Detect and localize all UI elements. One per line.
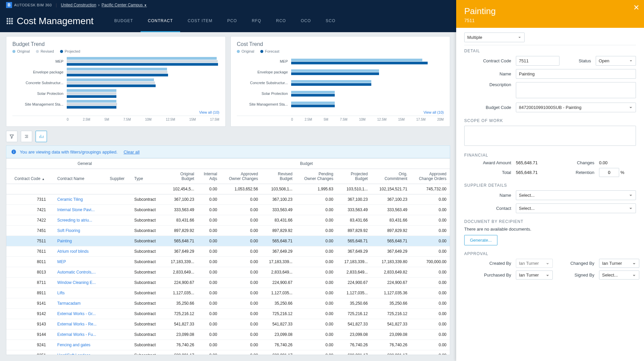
generate-button[interactable]: Generate...	[464, 235, 497, 245]
panel-title: Painting	[464, 6, 636, 16]
contract-name-link[interactable]: Internal Stone Pavi...	[57, 207, 95, 212]
totals-cell	[6, 184, 54, 194]
tab-budget[interactable]: BUDGET	[107, 10, 141, 32]
panel-header: Painting 7511 ✕	[456, 0, 644, 28]
table-toolbar	[0, 131, 456, 145]
tab-rco[interactable]: RCO	[269, 10, 293, 32]
section-doc: DOCUMENT BY RECIPIENT	[464, 219, 636, 224]
svg-rect-7	[9, 23, 11, 24]
brand-logo: B AUTODESK BIM 360	[6, 2, 52, 8]
table-row[interactable]: 9251Hard/Soft Landsca...Subcontract688,9…	[6, 350, 450, 355]
contract-name-link[interactable]: Fencing and gates	[57, 343, 91, 347]
tab-cost-item[interactable]: COST ITEM	[180, 10, 220, 32]
col-header[interactable]: Contract Code▲	[6, 169, 54, 184]
contract-name-link[interactable]: External Works - Re...	[57, 322, 97, 326]
contract-name-link[interactable]: External Works - Gr...	[57, 311, 96, 316]
label-name: Name	[464, 71, 511, 76]
contracts-table: General Budget Contract Code▲Contract Na…	[6, 158, 450, 355]
contract-name-link[interactable]: Automatic Controls,...	[57, 270, 96, 275]
col-header[interactable]: PendingOwner Changes	[296, 169, 337, 184]
detail-panel: Painting 7511 ✕ Multiple DETAIL Contract…	[456, 0, 644, 361]
contract-code-input[interactable]	[516, 56, 559, 66]
col-header[interactable]: InternalAdjs	[198, 169, 220, 184]
supplier-name-select[interactable]: Select...	[516, 190, 636, 200]
label-total: Total	[464, 170, 511, 175]
table-row[interactable]: 8011MEPSubcontract17,183,339...0.000.001…	[6, 257, 450, 267]
tab-contract[interactable]: CONTRACT	[141, 10, 180, 32]
table-row[interactable]: 8013Automatic Controls,...Subcontract2,8…	[6, 267, 450, 278]
budget-code-select[interactable]: 84720010991000SUB - Painting	[516, 103, 636, 112]
table-row[interactable]: 7451Soft FlooringSubcontract897,829.920.…	[6, 226, 450, 236]
group-button[interactable]	[21, 131, 32, 142]
contract-name-link[interactable]: Window Cleaning E...	[57, 280, 96, 285]
contract-name-link[interactable]: Ceramic Tiling	[57, 197, 83, 202]
org-link[interactable]: United Construction	[61, 3, 96, 7]
tab-oco[interactable]: OCO	[293, 10, 318, 32]
table-row[interactable]: 8911LiftsSubcontract1,127,035...0.000.00…	[6, 288, 450, 298]
col-header[interactable]: Orig.Commitment	[371, 169, 411, 184]
contract-name-link[interactable]: Screeding to atriu...	[57, 218, 92, 223]
table-row[interactable]: 9142External Works - Gr...Subcontract725…	[6, 309, 450, 319]
table-row[interactable]: 7311Ceramic TilingSubcontract367,100.230…	[6, 194, 450, 205]
contract-name-link[interactable]: Soft Flooring	[57, 228, 80, 233]
project-link[interactable]: Pacific Center Campus ▼	[102, 3, 147, 7]
totals-cell	[54, 184, 106, 194]
col-header[interactable]: ApprovedOwner Changes	[220, 169, 261, 184]
contract-name-link[interactable]: Hard/Soft Landsca...	[57, 353, 94, 355]
purchased-by-select[interactable]: Ian Turner	[516, 270, 553, 280]
table-row[interactable]: 9241Fencing and gatesSubcontract76,740.2…	[6, 340, 450, 350]
status-select[interactable]: Open	[596, 56, 636, 66]
svg-marker-9	[10, 135, 14, 138]
apps-grid-icon[interactable]	[6, 17, 13, 25]
retention-input[interactable]	[599, 168, 619, 177]
contract-name-link[interactable]: Painting	[57, 239, 72, 243]
contact-select[interactable]: Select...	[516, 203, 636, 213]
label-contract-code: Contract Code	[464, 58, 511, 63]
svg-rect-8	[11, 23, 13, 24]
chart-toggle-button[interactable]	[36, 131, 47, 142]
description-input[interactable]	[516, 82, 636, 98]
contract-name-link[interactable]: Atrium roof blinds	[57, 249, 89, 254]
view-all-link[interactable]: View all (10)	[237, 110, 444, 114]
col-header[interactable]: Contract Name	[54, 169, 106, 184]
totals-cell: 745,732.00	[411, 184, 450, 194]
table-row[interactable]: 9143External Works - Re...Subcontract541…	[6, 319, 450, 329]
totals-cell	[131, 184, 163, 194]
table-row[interactable]: 7421Internal Stone Pavi...Subcontract333…	[6, 205, 450, 215]
tab-sco[interactable]: SCO	[318, 10, 343, 32]
col-header[interactable]: ProjectedBudget	[337, 169, 371, 184]
scope-input[interactable]	[464, 126, 636, 146]
tab-rfq[interactable]: RFQ	[245, 10, 269, 32]
col-header[interactable]: RevisedBudget	[261, 169, 296, 184]
name-input[interactable]	[516, 69, 636, 79]
table-row[interactable]: 9144External Works - Fu...Subcontract23,…	[6, 329, 450, 340]
signed-by-select[interactable]: Select...	[599, 270, 639, 280]
created-by-select: Ian Turner	[516, 259, 553, 268]
filter-button[interactable]	[6, 131, 17, 142]
table-row[interactable]: 7422Screeding to atriu...Subcontract83,4…	[6, 215, 450, 226]
changed-by-select[interactable]: Ian Turner	[599, 259, 639, 268]
label-created-by: Created By	[464, 261, 511, 266]
col-header[interactable]: Type	[131, 169, 163, 184]
col-header[interactable]: ApprovedChange Orders	[411, 169, 450, 184]
col-header[interactable]: Supplier	[106, 169, 131, 184]
col-header[interactable]: OriginalBudget	[163, 169, 198, 184]
section-financial: FINANCIAL	[464, 153, 636, 158]
charts-row: Budget Trend OriginalRevisedProjected ME…	[0, 32, 456, 131]
svg-rect-19	[13, 151, 14, 151]
contract-name-link[interactable]: Lifts	[57, 291, 65, 295]
contract-name-link[interactable]: Tarmacadam	[57, 301, 80, 306]
clear-all-link[interactable]: Clear all	[123, 149, 140, 155]
table-row[interactable]: 8711Window Cleaning E...Subcontract224,9…	[6, 278, 450, 288]
table-row[interactable]: 7611Atrium roof blindsSubcontract367,649…	[6, 246, 450, 257]
close-icon[interactable]: ✕	[633, 3, 639, 12]
tab-pco[interactable]: PCO	[220, 10, 245, 32]
nav-tabs: BUDGETCONTRACTCOST ITEMPCORFQRCOOCOSCO	[107, 10, 343, 32]
label-budget-code: Budget Code	[464, 105, 511, 110]
contract-name-link[interactable]: MEP	[57, 259, 66, 264]
view-all-link[interactable]: View all (10)	[12, 110, 219, 114]
contract-name-link[interactable]: External Works - Fu...	[57, 332, 96, 337]
table-row[interactable]: 9141TarmacadamSubcontract35,250.660.000.…	[6, 298, 450, 309]
table-row[interactable]: 7511PaintingSubcontract565,648.710.000.0…	[6, 236, 450, 246]
contract-type-select[interactable]: Multiple	[464, 33, 525, 42]
